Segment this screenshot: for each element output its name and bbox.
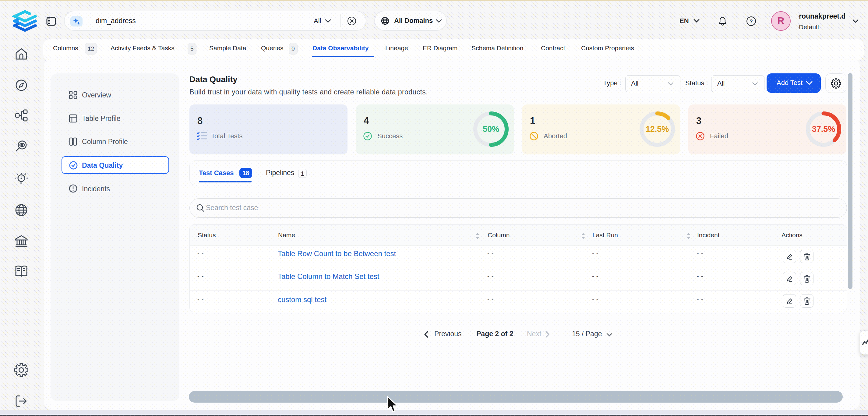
svg-text:12.5%: 12.5% [646,125,669,134]
svg-text:37.5%: 37.5% [812,125,835,134]
svg-text:?: ? [749,19,752,24]
svg-text:50%: 50% [483,125,499,134]
